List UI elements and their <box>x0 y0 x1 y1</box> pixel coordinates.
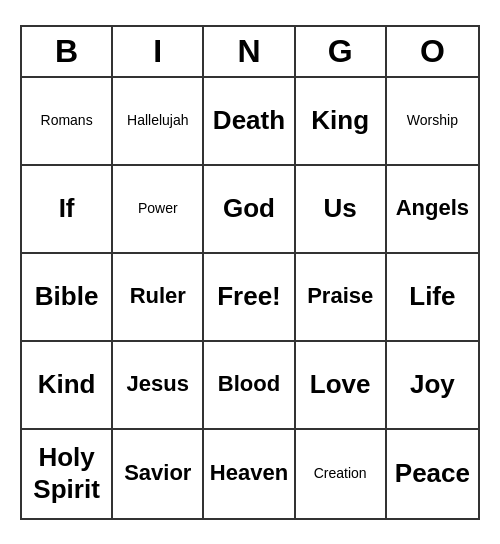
bingo-cell-17[interactable]: Blood <box>204 342 295 430</box>
bingo-cell-5[interactable]: If <box>22 166 113 254</box>
bingo-cell-10[interactable]: Bible <box>22 254 113 342</box>
cell-text-16: Jesus <box>127 371 189 397</box>
cell-text-17: Blood <box>218 371 280 397</box>
cell-text-20: HolySpirit <box>33 442 99 504</box>
cell-text-0: Romans <box>41 112 93 129</box>
bingo-cell-3[interactable]: King <box>296 78 387 166</box>
header-letter-o: O <box>387 27 478 76</box>
bingo-cell-15[interactable]: Kind <box>22 342 113 430</box>
bingo-cell-7[interactable]: God <box>204 166 295 254</box>
bingo-cell-0[interactable]: Romans <box>22 78 113 166</box>
bingo-cell-13[interactable]: Praise <box>296 254 387 342</box>
bingo-cell-2[interactable]: Death <box>204 78 295 166</box>
bingo-cell-24[interactable]: Peace <box>387 430 478 518</box>
bingo-cell-14[interactable]: Life <box>387 254 478 342</box>
cell-text-8: Us <box>324 193 357 224</box>
cell-text-3: King <box>311 105 369 136</box>
bingo-header: BINGO <box>22 27 478 78</box>
bingo-cell-21[interactable]: Savior <box>113 430 204 518</box>
bingo-cell-4[interactable]: Worship <box>387 78 478 166</box>
cell-text-5: If <box>59 193 75 224</box>
bingo-cell-12[interactable]: Free! <box>204 254 295 342</box>
bingo-cell-11[interactable]: Ruler <box>113 254 204 342</box>
cell-text-19: Joy <box>410 369 455 400</box>
bingo-cell-6[interactable]: Power <box>113 166 204 254</box>
cell-text-21: Savior <box>124 460 191 486</box>
bingo-cell-1[interactable]: Hallelujah <box>113 78 204 166</box>
cell-text-10: Bible <box>35 281 99 312</box>
cell-text-1: Hallelujah <box>127 112 188 129</box>
bingo-cell-19[interactable]: Joy <box>387 342 478 430</box>
cell-text-7: God <box>223 193 275 224</box>
cell-text-15: Kind <box>38 369 96 400</box>
bingo-cell-20[interactable]: HolySpirit <box>22 430 113 518</box>
bingo-card: BINGO RomansHallelujahDeathKingWorshipIf… <box>20 25 480 520</box>
cell-text-6: Power <box>138 200 178 217</box>
cell-text-11: Ruler <box>130 283 186 309</box>
bingo-cell-16[interactable]: Jesus <box>113 342 204 430</box>
cell-text-23: Creation <box>314 465 367 482</box>
bingo-cell-18[interactable]: Love <box>296 342 387 430</box>
bingo-grid: RomansHallelujahDeathKingWorshipIfPowerG… <box>22 78 478 518</box>
bingo-cell-8[interactable]: Us <box>296 166 387 254</box>
cell-text-14: Life <box>409 281 455 312</box>
cell-text-13: Praise <box>307 283 373 309</box>
cell-text-22: Heaven <box>210 460 288 486</box>
cell-text-24: Peace <box>395 458 470 489</box>
cell-text-18: Love <box>310 369 371 400</box>
header-letter-g: G <box>296 27 387 76</box>
cell-text-9: Angels <box>396 195 469 221</box>
bingo-cell-9[interactable]: Angels <box>387 166 478 254</box>
bingo-cell-22[interactable]: Heaven <box>204 430 295 518</box>
cell-text-4: Worship <box>407 112 458 129</box>
header-letter-n: N <box>204 27 295 76</box>
bingo-cell-23[interactable]: Creation <box>296 430 387 518</box>
header-letter-b: B <box>22 27 113 76</box>
cell-text-12: Free! <box>217 281 281 312</box>
header-letter-i: I <box>113 27 204 76</box>
cell-text-2: Death <box>213 105 285 136</box>
